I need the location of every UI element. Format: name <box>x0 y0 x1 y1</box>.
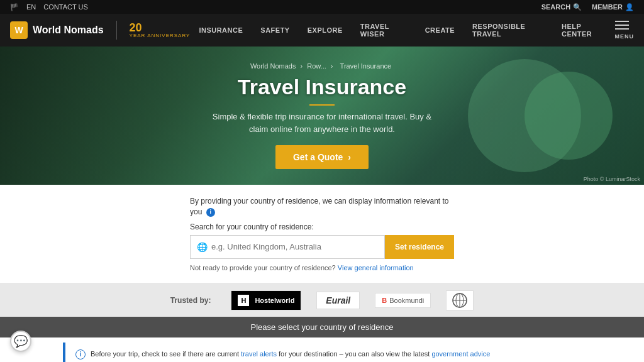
logo-icon: W <box>10 21 28 39</box>
lang-label[interactable]: EN <box>26 3 36 11</box>
topbar: 🏴 EN CONTACT US SEARCH 🔍 MEMBER 👤 <box>0 0 644 14</box>
breadcrumb-current: Travel Insurance <box>340 62 392 70</box>
residence-description: By providing your country of residence, … <box>190 196 454 217</box>
breadcrumb-sep1: › <box>300 62 303 70</box>
menu-bar-2 <box>615 25 629 26</box>
breadcrumb-row[interactable]: Row... <box>307 62 326 70</box>
hero-decor-2 <box>525 72 613 160</box>
nav-help-center[interactable]: HELP CENTER <box>553 14 614 47</box>
get-quote-button[interactable]: Get a Quote › <box>275 145 369 169</box>
navbar: W World Nomads 20 YEAR ANNIVERSARY INSUR… <box>0 14 644 47</box>
nav-create[interactable]: CREATE <box>416 14 464 47</box>
hw-box: H <box>238 295 249 306</box>
chat-widget[interactable]: 💬 <box>10 331 31 352</box>
info-banner-text: Before your trip, check to see if there … <box>91 349 490 359</box>
anniversary-number: 20 <box>130 22 142 33</box>
anniversary: 20 YEAR ANNIVERSARY <box>130 22 191 38</box>
search-row: 🌐 Set residence <box>190 235 454 259</box>
page-title: Travel Insurance <box>203 75 441 99</box>
info-banner: i Before your trip, check to see if ther… <box>63 343 581 362</box>
nav-explore[interactable]: EXPLORE <box>299 14 352 47</box>
hero-section: World Nomads › Row... › Travel Insurance… <box>0 47 644 185</box>
topbar-left: 🏴 EN CONTACT US <box>10 3 88 11</box>
member-button[interactable]: MEMBER 👤 <box>592 3 634 11</box>
residence-search-label: Search for your country of residence: <box>190 222 454 231</box>
trusted-label: Trusted by: <box>170 296 211 305</box>
hostelworld-text: Hostelworld <box>255 297 294 304</box>
menu-bar-3 <box>615 28 629 30</box>
search-icon: 🔍 <box>573 3 582 11</box>
search-button[interactable]: SEARCH 🔍 <box>541 3 582 11</box>
info-banner-wrapper: i Before your trip, check to see if ther… <box>0 337 644 362</box>
ivhq-icon <box>450 293 470 308</box>
arrow-icon: › <box>348 152 351 162</box>
get-quote-label: Get a Quote <box>293 152 343 162</box>
chat-icon: 💬 <box>14 334 28 348</box>
eurail-logo: Eurail <box>316 292 360 309</box>
hero-content: World Nomads › Row... › Travel Insurance… <box>203 62 441 169</box>
topbar-right: SEARCH 🔍 MEMBER 👤 <box>541 3 634 11</box>
nav-right: MENU <box>615 21 635 40</box>
info-banner-icon: i <box>75 349 86 359</box>
set-residence-button[interactable]: Set residence <box>385 235 454 259</box>
logo-area: W World Nomads 20 YEAR ANNIVERSARY <box>10 21 190 40</box>
info-icon[interactable]: i <box>206 208 215 217</box>
contact-link[interactable]: CONTACT US <box>43 3 88 11</box>
nav-insurance[interactable]: INSURANCE <box>190 14 252 47</box>
search-input-wrap: 🌐 <box>190 235 385 259</box>
menu-label: MENU <box>615 33 635 40</box>
nav-safety[interactable]: SAFETY <box>252 14 298 47</box>
ivhq-logo <box>446 290 474 310</box>
trusted-inner: Trusted by: H Hostelworld Eurail B Bookm… <box>0 290 644 310</box>
flag-icon: 🏴 <box>10 3 19 11</box>
government-advice-link[interactable]: government advice <box>431 350 490 358</box>
not-ready-text: Not ready to provide your country of res… <box>190 264 454 272</box>
photo-credit: Photo © LuminarStock <box>584 176 640 182</box>
breadcrumb: World Nomads › Row... › Travel Insurance <box>203 62 441 70</box>
nav-travel-wiser[interactable]: TRAVEL WISER <box>352 14 416 47</box>
breadcrumb-sep2: › <box>331 62 333 70</box>
logo-text[interactable]: World Nomads <box>33 25 104 36</box>
hero-subtitle: Simple & flexible trip insurance for int… <box>203 111 441 135</box>
nav-links: INSURANCE SAFETY EXPLORE TRAVEL WISER CR… <box>190 14 614 47</box>
travel-alerts-link[interactable]: travel alerts <box>241 350 277 358</box>
view-general-info-link[interactable]: View general information <box>338 264 414 272</box>
info-banner-row: i Before your trip, check to see if ther… <box>75 349 571 359</box>
trusted-section: Trusted by: H Hostelworld Eurail B Bookm… <box>0 283 644 317</box>
hero-divider <box>309 104 335 106</box>
nav-responsible-travel[interactable]: RESPONSIBLE TRAVEL <box>464 14 553 47</box>
sections-wrapper: By providing your country of residence, … <box>0 185 644 362</box>
menu-button[interactable]: MENU <box>615 21 635 40</box>
residence-section: By providing your country of residence, … <box>0 185 644 283</box>
person-icon: 👤 <box>625 3 634 11</box>
hostelworld-logo: H Hostelworld <box>231 290 301 310</box>
country-search-input[interactable] <box>211 236 378 258</box>
globe-icon: 🌐 <box>197 242 208 252</box>
bookmundi-logo: B Bookmundi <box>375 293 431 308</box>
breadcrumb-home[interactable]: World Nomads <box>250 62 296 70</box>
logo-divider <box>116 21 117 40</box>
overlay-notice: Please select your country of residence <box>0 317 644 337</box>
anniversary-label: YEAR ANNIVERSARY <box>130 33 191 38</box>
residence-inner: By providing your country of residence, … <box>190 196 454 272</box>
menu-bar-1 <box>615 21 629 22</box>
